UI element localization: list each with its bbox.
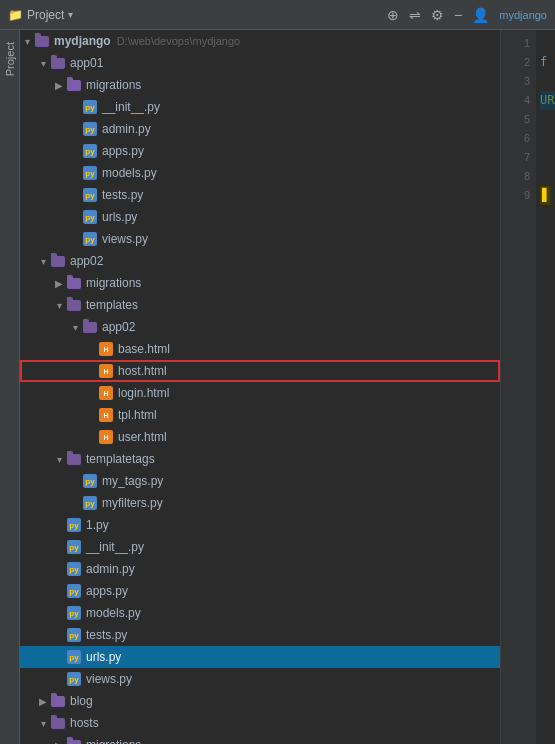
folder-icon-app02	[50, 253, 66, 269]
folder-icon-blog	[50, 693, 66, 709]
gear-icon[interactable]: ⚙	[431, 7, 444, 23]
editor-line-2: f	[540, 53, 555, 72]
py-icon: py	[82, 187, 98, 203]
py-icon: py	[82, 209, 98, 225]
html-icon: H	[98, 429, 114, 445]
top-bar: 📁 Project ▾ ⊕ ⇌ ⚙ − 👤 mydjango	[0, 0, 555, 30]
py-icon: py	[66, 583, 82, 599]
split-icon[interactable]: ⇌	[409, 7, 421, 23]
tree-item-urls2[interactable]: py urls.py	[20, 646, 500, 668]
avatar-icon[interactable]: 👤	[472, 7, 489, 23]
tree-item-login-html[interactable]: H login.html	[20, 382, 500, 404]
folder-icon-migrations3	[66, 737, 82, 744]
html-icon: H	[98, 385, 114, 401]
editor-line-9: ▋	[540, 186, 555, 205]
side-tab: Project	[0, 30, 20, 744]
main-layout: Project ▾ mydjango D:\web\devops\mydjang…	[0, 30, 555, 744]
html-icon: H	[98, 407, 114, 423]
tree-item-urls1[interactable]: py urls.py	[20, 206, 500, 228]
html-icon: H	[98, 363, 114, 379]
tree-item-templatetags[interactable]: ▾ templatetags	[20, 448, 500, 470]
editor-line-7	[540, 148, 555, 167]
tree-item-app01[interactable]: ▾ app01	[20, 52, 500, 74]
editor-gutter: 1 2 3 4 5 6 7 8 9	[501, 30, 536, 744]
py-icon: py	[82, 99, 98, 115]
py-icon: py	[82, 143, 98, 159]
tree-item-1py[interactable]: py 1.py	[20, 514, 500, 536]
py-icon: py	[66, 671, 82, 687]
py-icon: py	[66, 561, 82, 577]
tree-item-tests2[interactable]: py tests.py	[20, 624, 500, 646]
tree-item-base-html[interactable]: H base.html	[20, 338, 500, 360]
tree-item-app02[interactable]: ▾ app02	[20, 250, 500, 272]
dropdown-icon[interactable]: ▾	[68, 9, 73, 20]
tree-item-migrations2[interactable]: ▶ migrations	[20, 272, 500, 294]
py-icon: py	[82, 495, 98, 511]
tree-item-views1[interactable]: py views.py	[20, 228, 500, 250]
editor-lines[interactable]: f URL ▋	[536, 30, 555, 744]
tree-item-blog[interactable]: ▶ blog	[20, 690, 500, 712]
minimize-icon[interactable]: −	[454, 7, 462, 23]
project-label: Project	[27, 8, 64, 22]
tree-item-init2[interactable]: py __init__.py	[20, 536, 500, 558]
py-icon: py	[82, 231, 98, 247]
editor-line-8	[540, 167, 555, 186]
tree-item-user-html[interactable]: H user.html	[20, 426, 500, 448]
folder-icon	[34, 33, 50, 49]
toolbar-actions: ⊕ ⇌ ⚙ − 👤 mydjango	[387, 7, 547, 23]
tree-item-models1[interactable]: py models.py	[20, 162, 500, 184]
folder-icon-templatetags	[66, 451, 82, 467]
tree-item-views2[interactable]: py views.py	[20, 668, 500, 690]
editor-content: 1 2 3 4 5 6 7 8 9 f URL ▋	[501, 30, 555, 744]
tree-item-migrations1[interactable]: ▶ migrations	[20, 74, 500, 96]
py-icon: py	[82, 121, 98, 137]
add-icon[interactable]: ⊕	[387, 7, 399, 23]
folder-icon-hosts	[50, 715, 66, 731]
project-title[interactable]: 📁 Project ▾	[8, 8, 73, 22]
tree-item-admin1[interactable]: py admin.py	[20, 118, 500, 140]
tree-item-tpl-html[interactable]: H tpl.html	[20, 404, 500, 426]
tree-item-templates[interactable]: ▾ templates	[20, 294, 500, 316]
editor-line-5	[540, 110, 555, 129]
tree-item-my-tags[interactable]: py my_tags.py	[20, 470, 500, 492]
tree-item-migrations3[interactable]: ▶ migrations	[20, 734, 500, 744]
file-tree-panel: ▾ mydjango D:\web\devops\mydjango ▾ app0…	[20, 30, 500, 744]
folder-icon-app02sub	[82, 319, 98, 335]
username-label: mydjango	[499, 9, 547, 21]
py-icon: py	[66, 517, 82, 533]
project-icon: 📁	[8, 8, 23, 22]
tree-item-myfilters[interactable]: py myfilters.py	[20, 492, 500, 514]
tree-item-admin2[interactable]: py admin.py	[20, 558, 500, 580]
tree-item-host-html[interactable]: H host.html	[20, 360, 500, 382]
editor-line-6	[540, 129, 555, 148]
editor-panel: 1 2 3 4 5 6 7 8 9 f URL ▋	[500, 30, 555, 744]
editor-line-4: URL	[540, 91, 555, 110]
folder-icon-templates	[66, 297, 82, 313]
tree-item-apps2[interactable]: py apps.py	[20, 580, 500, 602]
py-icon: py	[82, 165, 98, 181]
folder-icon-migrations2	[66, 275, 82, 291]
tree-item-init1[interactable]: py __init__.py	[20, 96, 500, 118]
tree-item-tests1[interactable]: py tests.py	[20, 184, 500, 206]
folder-icon-app01	[50, 55, 66, 71]
tree-item-mydjango[interactable]: ▾ mydjango D:\web\devops\mydjango	[20, 30, 500, 52]
project-tab-label[interactable]: Project	[2, 38, 18, 80]
py-icon: py	[82, 473, 98, 489]
editor-line-1	[540, 34, 555, 53]
py-icon: py	[66, 539, 82, 555]
tree-item-hosts[interactable]: ▾ hosts	[20, 712, 500, 734]
py-icon: py	[66, 605, 82, 621]
editor-line-3	[540, 72, 555, 91]
tree-item-apps1[interactable]: py apps.py	[20, 140, 500, 162]
py-icon: py	[66, 649, 82, 665]
tree-item-app02sub[interactable]: ▾ app02	[20, 316, 500, 338]
html-icon: H	[98, 341, 114, 357]
tree-item-models2[interactable]: py models.py	[20, 602, 500, 624]
py-icon: py	[66, 627, 82, 643]
folder-icon-migrations1	[66, 77, 82, 93]
